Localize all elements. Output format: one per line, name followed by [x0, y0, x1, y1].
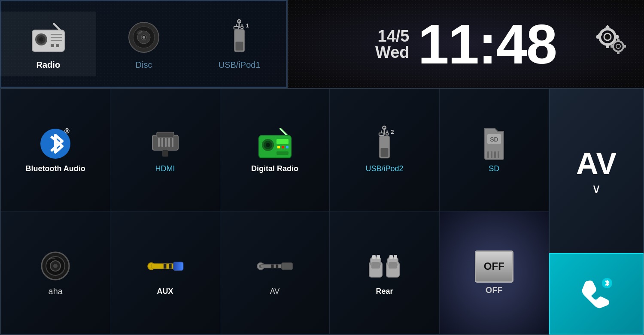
date: 14/5: [378, 28, 410, 44]
av-chevron: ∨: [592, 181, 601, 196]
hdmi-icon: [150, 129, 180, 159]
svg-rect-71: [491, 151, 492, 158]
top-bar: Radio Disc: [0, 0, 644, 88]
svg-rect-60: [380, 148, 388, 157]
usb2-cell[interactable]: 2 USB/iPod2: [330, 89, 439, 211]
digital-radio-label: Digital Radio: [251, 164, 298, 173]
aha-icon-wrap: [38, 249, 73, 283]
bluetooth-icon-wrap: ®: [38, 127, 73, 161]
svg-rect-98: [394, 255, 397, 259]
svg-point-19: [237, 19, 241, 23]
svg-text:1: 1: [246, 22, 249, 28]
svg-rect-94: [389, 262, 397, 269]
nav-usb1[interactable]: 1 USB/iPod1: [191, 12, 287, 76]
svg-rect-72: [494, 151, 496, 158]
svg-rect-95: [372, 255, 376, 259]
disc-label: Disc: [136, 60, 152, 70]
svg-rect-9: [56, 44, 59, 47]
svg-rect-47: [172, 138, 173, 147]
svg-rect-21: [234, 27, 239, 29]
digital-radio-cell[interactable]: Digital Radio: [220, 89, 330, 211]
svg-rect-56: [282, 146, 284, 148]
av-input-label: AV: [270, 287, 280, 296]
aha-icon: [40, 251, 70, 281]
off-box: OFF: [475, 250, 513, 283]
aha-cell[interactable]: aha: [1, 211, 110, 334]
rear-cell[interactable]: Rear: [330, 211, 439, 334]
svg-rect-48: [162, 150, 168, 157]
date-block: 14/5 Wed: [375, 28, 410, 60]
gear-icon: [597, 26, 631, 60]
svg-point-23: [241, 26, 243, 29]
digital-radio-icon-wrap: [258, 127, 292, 161]
svg-text:®: ®: [64, 127, 70, 135]
svg-rect-70: [487, 151, 489, 158]
phone-button[interactable]: [549, 253, 644, 335]
svg-point-77: [53, 264, 58, 268]
svg-rect-88: [282, 263, 293, 269]
svg-rect-97: [389, 255, 393, 259]
disc-icon-wrap: [125, 18, 163, 57]
usb1-icon-wrap: 1: [220, 18, 259, 57]
usb2-label: USB/iPod2: [365, 164, 403, 173]
sd-label: SD: [489, 164, 499, 173]
svg-rect-43: [158, 138, 160, 147]
svg-rect-46: [168, 138, 170, 147]
svg-rect-45: [165, 138, 167, 147]
source-grid: ® Bluetooth Audio: [0, 88, 549, 335]
av-button-label: AV: [576, 146, 617, 181]
settings-button[interactable]: [597, 26, 631, 62]
radio-label: Radio: [36, 60, 61, 70]
av-button[interactable]: AV ∨: [549, 88, 644, 253]
off-cell[interactable]: OFF OFF: [440, 211, 549, 334]
bluetooth-icon: ®: [39, 126, 72, 162]
svg-rect-81: [169, 264, 172, 269]
svg-rect-37: [611, 45, 614, 48]
svg-rect-58: [276, 151, 289, 155]
grid-row-2: aha: [1, 211, 549, 334]
svg-text:SD: SD: [490, 136, 498, 143]
off-label: OFF: [486, 285, 503, 295]
nav-disc[interactable]: Disc: [96, 12, 192, 76]
sd-cell[interactable]: SD SD: [440, 89, 549, 211]
hdmi-cell[interactable]: HDMI: [110, 89, 220, 211]
svg-point-4: [39, 37, 43, 42]
svg-rect-54: [276, 139, 289, 144]
disc-icon: [128, 21, 160, 54]
usb2-icon: 2: [373, 126, 396, 162]
svg-rect-35: [617, 39, 620, 42]
svg-rect-96: [377, 255, 380, 259]
svg-rect-86: [271, 265, 274, 268]
svg-rect-38: [623, 45, 626, 48]
aha-label: aha: [49, 287, 63, 296]
grid-row-1: ® Bluetooth Audio: [1, 89, 549, 211]
svg-point-34: [616, 44, 620, 48]
bluetooth-label: Bluetooth Audio: [26, 164, 85, 173]
svg-rect-30: [614, 35, 619, 39]
svg-rect-80: [164, 264, 167, 269]
av-input-cell[interactable]: AV: [220, 211, 330, 334]
radio-icon-wrap: [29, 18, 67, 57]
av-input-icon: [255, 254, 294, 279]
svg-point-66: [386, 133, 389, 135]
svg-point-14: [143, 36, 145, 39]
radio-icon: [30, 21, 67, 54]
svg-rect-55: [277, 146, 280, 148]
aux-cell[interactable]: AUX: [110, 211, 220, 334]
svg-text:2: 2: [391, 128, 394, 135]
main-area: ® Bluetooth Audio: [0, 88, 644, 335]
sd-icon-wrap: SD: [477, 127, 511, 161]
hdmi-icon-wrap: [148, 127, 182, 161]
top-nav: Radio Disc: [0, 0, 288, 88]
svg-rect-36: [617, 51, 620, 54]
svg-rect-42: [157, 132, 174, 137]
rear-icon: [367, 251, 401, 281]
svg-rect-8: [51, 44, 54, 47]
rear-label: Rear: [376, 287, 393, 296]
bluetooth-cell[interactable]: ® Bluetooth Audio: [1, 89, 110, 211]
svg-rect-44: [161, 138, 163, 147]
svg-rect-85: [261, 265, 282, 268]
sd-icon: SD: [481, 128, 507, 160]
nav-radio[interactable]: Radio: [0, 12, 96, 76]
rear-icon-wrap: [367, 249, 401, 284]
